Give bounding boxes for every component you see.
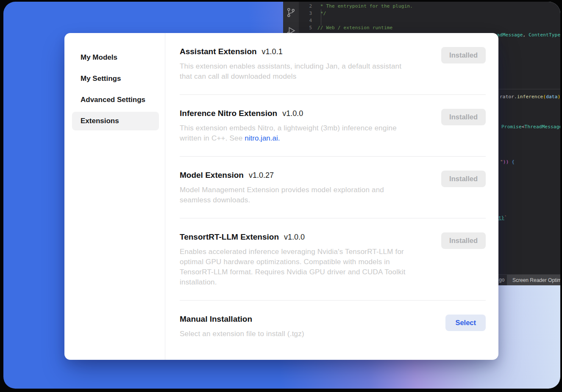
- code-line: 4: [299, 17, 560, 24]
- extension-version: v1.0.0: [284, 233, 305, 241]
- extension-description: Model Management Extension provides mode…: [180, 185, 384, 205]
- extension-row: Manual InstallationSelect an extension f…: [180, 301, 486, 352]
- extension-name: Model Extension: [180, 171, 244, 179]
- screenshot-stage: 2 * The entrypoint for the plugin.3 */45…: [0, 0, 562, 392]
- sidebar-item-advanced-settings[interactable]: Advanced Settings: [72, 91, 159, 109]
- installed-button[interactable]: Installed: [441, 171, 486, 187]
- text-token: `: [504, 215, 507, 221]
- extension-info: Assistant Extensionv1.0.1This extension …: [180, 47, 401, 82]
- extension-description: Enables accelerated inference leveraging…: [180, 247, 406, 287]
- extension-title-line: Model Extensionv1.0.27: [180, 171, 384, 180]
- text-token: // Web / extension runtime: [317, 25, 392, 30]
- text-token: * The entrypoint for the plugin.: [317, 3, 413, 9]
- text-token: Select an extension file to install (.tg…: [180, 330, 304, 338]
- text-token: ": [500, 159, 503, 165]
- sidebar-item-extensions[interactable]: Extensions: [72, 112, 159, 130]
- extension-info: Inference Nitro Extensionv1.0.0This exte…: [180, 109, 397, 144]
- text-token: )): [503, 159, 509, 165]
- text-token: rator.: [500, 94, 517, 99]
- extension-info: TensortRT-LLM Extensionv1.0.0Enables acc…: [180, 232, 406, 287]
- code-fragment: ")) {: [500, 159, 560, 165]
- extension-name: TensortRT-LLM Extension: [180, 232, 279, 241]
- text-token: ContentType: [529, 32, 560, 38]
- screen-reader-status-item[interactable]: Screen Reader Optimized: [507, 275, 560, 285]
- source-control-icon[interactable]: [286, 7, 296, 18]
- extension-description: Select an extension file to install (.tg…: [180, 329, 304, 339]
- extension-title-line: Manual Installation: [180, 315, 304, 324]
- code-line: 3 */: [299, 10, 560, 17]
- code-fragment: rator.inference(data));: [500, 94, 560, 99]
- settings-modal: My ModelsMy SettingsAdvanced SettingsExt…: [64, 33, 498, 360]
- text-token: This extension embeds Nitro, a lightweig…: [180, 124, 397, 142]
- text-token: ,: [523, 32, 529, 38]
- extension-name: Inference Nitro Extension: [180, 109, 277, 118]
- extensions-panel: Assistant Extensionv1.0.1This extension …: [165, 33, 498, 360]
- app-window: 2 * The entrypoint for the plugin.3 */45…: [3, 2, 560, 389]
- code-fragment: Promise<ThreadMessage>: [501, 124, 560, 130]
- text-token: <: [522, 124, 525, 130]
- text-token: */: [317, 11, 326, 16]
- extension-description: This extension enables assistants, inclu…: [180, 61, 401, 82]
- nitro-link[interactable]: nitro.jan.ai.: [245, 134, 280, 142]
- extension-title-line: Assistant Extensionv1.0.1: [180, 47, 401, 56]
- text-token: Promise: [501, 124, 522, 130]
- line-number: 3: [299, 10, 317, 17]
- extension-version: v1.0.27: [249, 171, 274, 179]
- extension-title-line: Inference Nitro Extensionv1.0.0: [180, 109, 397, 118]
- code-fragment: t}`: [498, 215, 560, 221]
- extension-name: Assistant Extension: [180, 47, 257, 56]
- installed-button[interactable]: Installed: [441, 47, 486, 63]
- sidebar-item-my-models[interactable]: My Models: [72, 48, 159, 67]
- extension-info: Model Extensionv1.0.27Model Management E…: [180, 171, 384, 205]
- text-token: {: [509, 159, 515, 165]
- extension-version: v1.0.0: [282, 109, 303, 118]
- text-token: ThreadMessage: [525, 124, 560, 130]
- code-line: 2 * The entrypoint for the plugin.: [299, 3, 560, 10]
- text-token: This extension enables assistants, inclu…: [180, 62, 401, 80]
- extension-description: This extension embeds Nitro, a lightweig…: [180, 123, 397, 144]
- panel-border: [495, 89, 560, 89]
- extension-row: Inference Nitro Extensionv1.0.0This exte…: [180, 95, 486, 157]
- select-button[interactable]: Select: [445, 315, 486, 331]
- line-number: 2: [299, 3, 317, 10]
- text-token: t}: [498, 215, 504, 221]
- sidebar-item-my-settings[interactable]: My Settings: [72, 69, 159, 88]
- line-number: 5: [299, 24, 317, 31]
- indent-guide: [321, 9, 321, 25]
- extension-row: TensortRT-LLM Extensionv1.0.0Enables acc…: [180, 218, 486, 301]
- extension-version: v1.0.1: [262, 47, 283, 56]
- text-token: Enables accelerated inference leveraging…: [180, 248, 406, 286]
- text-token: Model Management Extension provides mode…: [180, 186, 384, 204]
- installed-button[interactable]: Installed: [441, 109, 486, 125]
- extension-row: Model Extensionv1.0.27Model Management E…: [180, 157, 486, 218]
- extension-info: Manual InstallationSelect an extension f…: [180, 315, 304, 339]
- settings-sidebar: My ModelsMy SettingsAdvanced SettingsExt…: [64, 33, 165, 360]
- code-line: 5// Web / extension runtime: [299, 24, 560, 31]
- extension-row: Assistant Extensionv1.0.1This extension …: [180, 33, 486, 95]
- text-token: inference: [517, 94, 543, 99]
- status-text-left: go: [499, 277, 504, 283]
- installed-button[interactable]: Installed: [441, 232, 486, 249]
- extension-title-line: TensortRT-LLM Extensionv1.0.0: [180, 232, 406, 242]
- text-token: data: [546, 94, 557, 99]
- extension-name: Manual Installation: [180, 315, 252, 323]
- line-number: 4: [299, 17, 317, 24]
